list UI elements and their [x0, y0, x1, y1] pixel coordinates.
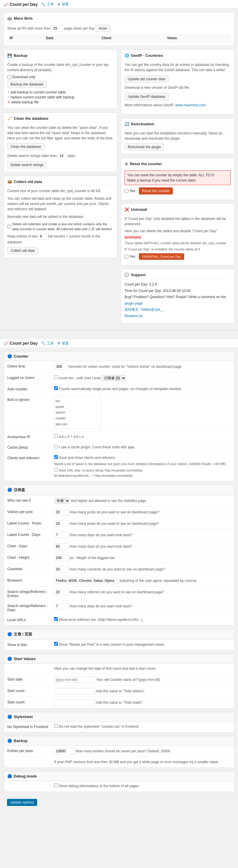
readme-link[interactable]: Readme.txt: [125, 314, 142, 318]
user-level-select[interactable]: 订阅者 (0): [101, 375, 126, 381]
browsers-input[interactable]: [54, 578, 118, 584]
update-counter-data-btn[interactable]: Update old counter data: [125, 75, 168, 83]
debug-icon: 🔵: [7, 774, 12, 778]
settings-auto-counter: Auto counter: Counts automatically singl…: [4, 384, 234, 395]
uninstall-btn[interactable]: UNINSTALL Count per Day: [139, 253, 184, 260]
page-title-1: 📈 Count per Day: [3, 2, 38, 7]
mass-bots-show-btn[interactable]: show: [96, 25, 110, 32]
settings-link-1[interactable]: ⚙ 设置: [57, 2, 69, 7]
dashboard-section: 🔵 仪表盘 Who can see it: 作者 and higher are …: [3, 485, 235, 625]
start-count-reads-input[interactable]: [54, 699, 95, 706]
update-geoip-btn[interactable]: Update GeoIP database: [125, 93, 169, 100]
uninstall-yes-checkbox[interactable]: [125, 255, 128, 258]
cache-checkbox[interactable]: [54, 444, 58, 448]
keep-months-input[interactable]: [38, 233, 47, 240]
latest-counts-days-value: How many days do you want look back?: [54, 532, 231, 538]
anon-ip-checkbox[interactable]: [54, 434, 58, 438]
browsers-value: Substring of the user agent, separated b…: [54, 578, 231, 584]
backup-card: 💾 Backup Create a backup of the counter …: [3, 50, 117, 109]
wrench-icon-2: 🔧: [41, 341, 45, 345]
latest-counts-days-input[interactable]: [54, 532, 69, 538]
mass-bots-threshold[interactable]: [52, 25, 63, 32]
settings-entries-per-pass: Entries per pass: How many entries shoul…: [4, 746, 234, 757]
backup-title: 💾 Backup: [7, 53, 113, 60]
collect-old-data-btn[interactable]: Collect old data: [7, 247, 38, 254]
search-days-input[interactable]: [54, 603, 69, 610]
start-values-desc-row: Here you can change the date of first co…: [4, 663, 234, 674]
cr-line2: Save URL only, no query string: http://e…: [54, 468, 231, 473]
reset-yes-label: Yes: [130, 189, 135, 193]
counter-section: 🔵 Counter Online time: Seconds for onlin…: [3, 351, 235, 481]
countries-input[interactable]: [54, 566, 69, 572]
start-count-reads-label: Start count:: [7, 699, 54, 704]
globe-icon: 🌐: [125, 53, 129, 58]
debug-mode-label-empty: [7, 783, 54, 784]
backup-database-btn[interactable]: Backup the database: [7, 81, 47, 88]
gear-icon-2: ⚙: [57, 341, 61, 345]
start-count-visitors-input[interactable]: [54, 688, 95, 694]
archive-icon: 📦: [7, 180, 12, 184]
chart-icon-2: 📈: [3, 341, 8, 346]
backup-actions: + add backup to current counter table ↑ …: [7, 90, 113, 104]
cache-label: Cache (beta):: [7, 444, 54, 450]
action-delete: ✕ delete backup file: [7, 100, 113, 104]
reset-yes-checkbox[interactable]: [125, 189, 128, 193]
no-stylesheet-checkbox[interactable]: [54, 724, 58, 728]
support-bugreport: Bug? Problem? Question? Hint? Praise? Wr…: [125, 294, 231, 307]
settings-countries: Countries: How many countries do you wan…: [4, 564, 234, 575]
cr-checkbox1[interactable]: [54, 455, 58, 459]
table-header-client: Client: [99, 34, 165, 42]
cr-checkbox2[interactable]: [54, 468, 58, 471]
delete-icon: ✕: [7, 100, 10, 104]
who-see-select[interactable]: 作者: [54, 498, 70, 504]
reactivate-plugin-btn[interactable]: ReActivate the plugin: [125, 144, 164, 151]
main-content-2: 🔵 Counter Online time: Seconds for onlin…: [0, 348, 238, 813]
clean-database-desc2: Delete search strings older than days.: [7, 153, 113, 159]
start-values-desc: Here you can change the date of first co…: [54, 666, 231, 672]
bots-textarea[interactable]: botspidersearchcrawlerask.comvalidatorsn…: [54, 397, 101, 429]
entries-per-pass-input[interactable]: [54, 748, 74, 754]
online-time-input[interactable]: [54, 364, 67, 370]
mass-bots-desc: Show all IPs with more than page views p…: [7, 25, 231, 32]
plus-icon: +: [7, 90, 9, 94]
search-entries-input[interactable]: [54, 589, 69, 595]
chart-days-input[interactable]: [54, 543, 69, 550]
maxmind-link[interactable]: www.maxmind.com: [175, 103, 205, 107]
two-col-row: 💾 Backup Create a backup of the counter …: [3, 50, 235, 327]
settings-debug-mode: Show debug informations at the bottom of…: [4, 781, 234, 792]
debug-checkbox[interactable]: [54, 783, 58, 787]
plugin-page-link[interactable]: plugin page: [125, 301, 143, 305]
browsers-label: Browsers:: [7, 578, 54, 583]
update-options-btn[interactable]: Update options: [7, 799, 37, 806]
support-icon: 💬: [125, 273, 129, 277]
start-date-input[interactable]: [54, 677, 95, 683]
geoip-more-info: More informations about GeoIP: www.maxmi…: [125, 102, 231, 108]
settings-search-entries: Search strings/Referrers - Entries: How …: [4, 587, 234, 601]
tools-link-1[interactable]: 🔧 工具: [41, 2, 54, 7]
backup-note-value: If your PHP memory limit less then 30 MB…: [54, 760, 231, 765]
visitors-per-post-input[interactable]: [54, 509, 69, 516]
logged-users-checkbox[interactable]: [54, 375, 58, 379]
show-in-lists-checkbox[interactable]: [54, 642, 58, 646]
chart-height-input[interactable]: [54, 555, 69, 561]
auto-counter-checkbox[interactable]: [54, 386, 58, 390]
start-count-visitors-label: Start count:: [7, 688, 54, 693]
latest-counts-posts-input[interactable]: [54, 520, 69, 527]
local-urls-checkbox[interactable]: [54, 617, 58, 621]
page-title-2: 📈 Count per Day: [3, 341, 38, 346]
download-only-checkbox[interactable]: [7, 75, 11, 79]
settings-link-2[interactable]: ⚙ 设置: [57, 341, 69, 346]
reset-warning: You can reset the counter by empty the t…: [125, 170, 231, 185]
delete-days-input[interactable]: [58, 153, 67, 159]
delete-collection-checkbox[interactable]: [7, 225, 11, 228]
counter-section-title: 🔵 Counter: [4, 352, 234, 361]
tools-link-2[interactable]: 🔧 工具: [41, 341, 54, 346]
delete-search-strings-btn[interactable]: Delete search strings: [7, 161, 47, 168]
reset-counter-btn[interactable]: Reset the counter: [139, 187, 173, 194]
article-section-title: 🔵 文章 / 页面: [4, 629, 234, 640]
chart-height-value: px - Height of the biggest bar: [54, 555, 231, 561]
settings-search-days: Search strings/Referrers - Days: How man…: [4, 601, 234, 615]
clean-database-btn[interactable]: Clean the database: [7, 143, 44, 150]
twitter-link[interactable]: 皮特推文: Twitter@cpd_...: [125, 308, 165, 312]
action-add: + add backup to current counter table: [7, 90, 113, 94]
